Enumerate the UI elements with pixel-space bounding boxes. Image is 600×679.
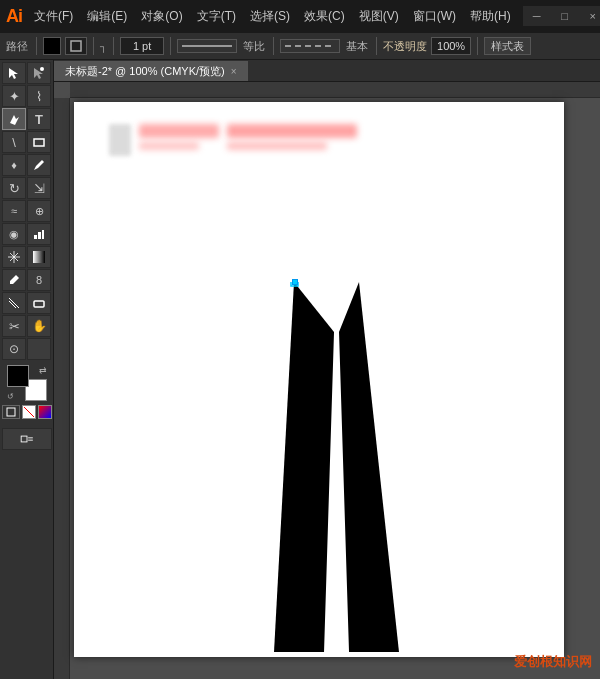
tool-group-magic: ✦ ⌇: [2, 85, 51, 107]
blurred-text-area: [139, 124, 219, 156]
stroke-weight-input[interactable]: [120, 37, 164, 55]
blurred-bar-2: [139, 142, 199, 150]
svg-rect-12: [33, 251, 45, 263]
zoom-tool[interactable]: ⊙: [2, 338, 26, 360]
canvas-area: 未标题-2* @ 100% (CMYK/预览) ×: [54, 60, 600, 679]
menu-window[interactable]: 窗口(W): [407, 6, 462, 27]
rotate-tool[interactable]: ↻: [2, 177, 26, 199]
graph-tool[interactable]: [27, 223, 51, 245]
svg-rect-5: [34, 235, 37, 239]
pen-tool[interactable]: [2, 108, 26, 130]
properties-bar: 路径 ┐ 等比 基本 不透明度 样式表: [0, 32, 600, 60]
eraser-tool[interactable]: [27, 292, 51, 314]
type-tool[interactable]: T: [27, 108, 51, 130]
left-toolbar: ✦ ⌇ T \ ♦ ↻ ⇲ ≈ ⊕: [0, 60, 54, 679]
swap-colors-icon[interactable]: ⇄: [39, 365, 47, 375]
eyedropper-tool[interactable]: [2, 269, 26, 291]
tool-group-slice: [2, 292, 51, 314]
slice-tool[interactable]: [2, 292, 26, 314]
gradient-tool[interactable]: [27, 246, 51, 268]
scissors-tool[interactable]: ✂: [2, 315, 26, 337]
opacity-label: 不透明度: [383, 39, 427, 54]
svg-marker-20: [274, 282, 334, 652]
opacity-input[interactable]: [431, 37, 471, 55]
rectangle-tool[interactable]: [27, 131, 51, 153]
menu-help[interactable]: 帮助(H): [464, 6, 517, 27]
anchor-point: [292, 279, 298, 285]
minimize-button[interactable]: ─: [523, 6, 551, 26]
menu-file[interactable]: 文件(F): [28, 6, 79, 27]
dash-pattern-preview[interactable]: [280, 39, 340, 53]
warp-tool[interactable]: ≈: [2, 200, 26, 222]
app-logo: Ai: [6, 1, 22, 31]
ruler-horizontal: [70, 82, 600, 98]
direct-selection-tool[interactable]: [27, 62, 51, 84]
equal-ratio-label: 等比: [241, 39, 267, 54]
color-area: ⇄ ↺: [0, 361, 54, 423]
svg-rect-16: [7, 408, 15, 416]
svg-rect-4: [34, 139, 44, 146]
separator: [36, 37, 37, 55]
mesh-tool[interactable]: [2, 246, 26, 268]
menu-text[interactable]: 文字(T): [191, 6, 242, 27]
menu-effect[interactable]: 效果(C): [298, 6, 351, 27]
tool-group-symbol: ◉: [2, 223, 51, 245]
tool-group-zoom: ⊙: [2, 338, 51, 360]
stroke-color-swatch[interactable]: [43, 37, 61, 55]
gradient-swatch[interactable]: [38, 405, 52, 419]
canvas-tab[interactable]: 未标题-2* @ 100% (CMYK/预览) ×: [54, 61, 248, 81]
close-button[interactable]: ×: [579, 6, 600, 26]
canvas-tab-close-btn[interactable]: ×: [231, 66, 237, 77]
blurred-bar-3: [227, 124, 357, 138]
tool-group-scissors: ✂ ✋: [2, 315, 51, 337]
watermark: 爱创根知识网: [514, 653, 592, 671]
no-fill-btn[interactable]: [22, 405, 36, 419]
maximize-button[interactable]: □: [551, 6, 579, 26]
selection-tool[interactable]: [2, 62, 26, 84]
menu-view[interactable]: 视图(V): [353, 6, 405, 27]
tool-group-rotate: ↻ ⇲: [2, 177, 51, 199]
pencil-tool[interactable]: [27, 154, 51, 176]
menu-select[interactable]: 选择(S): [244, 6, 296, 27]
svg-rect-0: [71, 41, 81, 51]
foreground-color-swatch[interactable]: [7, 365, 29, 387]
stroke-shape-dropdown[interactable]: [65, 37, 87, 55]
blend-tool[interactable]: 8: [27, 269, 51, 291]
svg-rect-7: [42, 230, 44, 239]
magic-wand-tool[interactable]: ✦: [2, 85, 26, 107]
ruler-vertical: [54, 98, 70, 679]
reset-colors-icon[interactable]: ↺: [7, 392, 14, 401]
artboard-tool[interactable]: [2, 428, 52, 450]
free-transform-tool[interactable]: ⊕: [27, 200, 51, 222]
line-tool[interactable]: \: [2, 131, 26, 153]
scale-tool[interactable]: ⇲: [27, 177, 51, 199]
hand-tool[interactable]: ✋: [27, 315, 51, 337]
title-bar: Ai 文件(F) 编辑(E) 对象(O) 文字(T) 选择(S) 效果(C) 视…: [0, 0, 600, 32]
spacer-tool: [27, 338, 51, 360]
separator7: [477, 37, 478, 55]
tool-group-warp: ≈ ⊕: [2, 200, 51, 222]
canvas-wrapper[interactable]: 爱创根知识网: [54, 82, 600, 679]
stroke-line-preview[interactable]: [177, 39, 237, 53]
canvas-tab-bar: 未标题-2* @ 100% (CMYK/预览) ×: [54, 60, 600, 82]
svg-point-3: [40, 67, 44, 71]
svg-marker-21: [339, 282, 399, 652]
menu-object[interactable]: 对象(O): [135, 6, 188, 27]
paintbrush-tool[interactable]: ♦: [2, 154, 26, 176]
artboard-tool-group: [2, 428, 52, 450]
style-button[interactable]: 样式表: [484, 37, 531, 55]
lasso-tool[interactable]: ⌇: [27, 85, 51, 107]
symbol-sprayer-tool[interactable]: ◉: [2, 223, 26, 245]
separator2: [93, 37, 94, 55]
artboard[interactable]: [74, 102, 564, 657]
window-controls: ─ □ ×: [523, 6, 600, 26]
fill-mode-btn[interactable]: [2, 405, 20, 419]
tool-group-brush: ♦: [2, 154, 51, 176]
svg-marker-1: [9, 68, 18, 79]
separator3: [113, 37, 114, 55]
blurred-content-area: [109, 124, 357, 156]
menu-bar: 文件(F) 编辑(E) 对象(O) 文字(T) 选择(S) 效果(C) 视图(V…: [28, 6, 517, 27]
separator6: [376, 37, 377, 55]
menu-edit[interactable]: 编辑(E): [81, 6, 133, 27]
tool-group-pen: T: [2, 108, 51, 130]
